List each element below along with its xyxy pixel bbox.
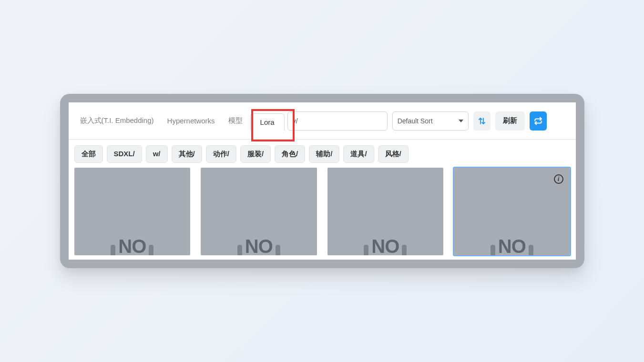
content-panel: 嵌入式(T.I. Embedding) Hypernetworks 模型 Lor… (69, 102, 576, 260)
filter-clothing[interactable]: 服装/ (240, 145, 271, 163)
tab-embedding[interactable]: 嵌入式(T.I. Embedding) (74, 111, 160, 130)
tab-hypernetworks[interactable]: Hypernetworks (162, 112, 221, 130)
info-icon[interactable]: i (554, 174, 563, 184)
no-preview-placeholder: NO (118, 236, 146, 255)
model-card[interactable]: NO (201, 168, 317, 255)
filter-character[interactable]: 角色/ (275, 145, 305, 163)
sort-direction-button[interactable] (473, 111, 491, 131)
model-card-grid: NO NO NO i NO (69, 168, 576, 255)
filter-style[interactable]: 风格/ (378, 145, 409, 163)
filter-assist[interactable]: 辅助/ (309, 145, 339, 163)
model-card[interactable]: i NO (454, 168, 570, 255)
no-preview-placeholder: NO (245, 236, 273, 255)
sort-label: Default Sort (398, 117, 433, 125)
filter-all[interactable]: 全部 (74, 145, 103, 163)
filter-action[interactable]: 动作/ (206, 145, 236, 163)
tab-checkpoint[interactable]: 模型 (223, 111, 248, 130)
toolbar-row: 嵌入式(T.I. Embedding) Hypernetworks 模型 Lor… (69, 102, 576, 140)
app-frame: 嵌入式(T.I. Embedding) Hypernetworks 模型 Lor… (60, 94, 584, 268)
model-card[interactable]: NO (327, 168, 444, 255)
sort-select[interactable]: Default Sort (392, 111, 469, 131)
no-preview-placeholder: NO (498, 236, 526, 255)
refresh-button-label: 刷新 (503, 116, 517, 125)
tab-lora[interactable]: Lora (250, 113, 285, 131)
chevron-down-icon (459, 120, 463, 122)
sort-arrows-icon (478, 117, 486, 125)
filter-w[interactable]: w/ (146, 145, 168, 163)
no-preview-placeholder: NO (371, 236, 399, 255)
refresh-button[interactable]: 刷新 (495, 111, 525, 131)
cycle-button[interactable] (530, 111, 547, 131)
filter-sdxl[interactable]: SDXL/ (107, 145, 142, 163)
refresh-icon (534, 117, 542, 125)
model-type-tabs: 嵌入式(T.I. Embedding) Hypernetworks 模型 Lor… (74, 111, 285, 130)
search-input[interactable] (287, 111, 388, 131)
filter-prop[interactable]: 道具/ (343, 145, 374, 163)
model-card[interactable]: NO (74, 168, 191, 255)
category-filter-row: 全部 SDXL/ w/ 其他/ 动作/ 服装/ 角色/ 辅助/ 道具/ 风格/ (69, 140, 576, 168)
filter-other[interactable]: 其他/ (172, 145, 202, 163)
